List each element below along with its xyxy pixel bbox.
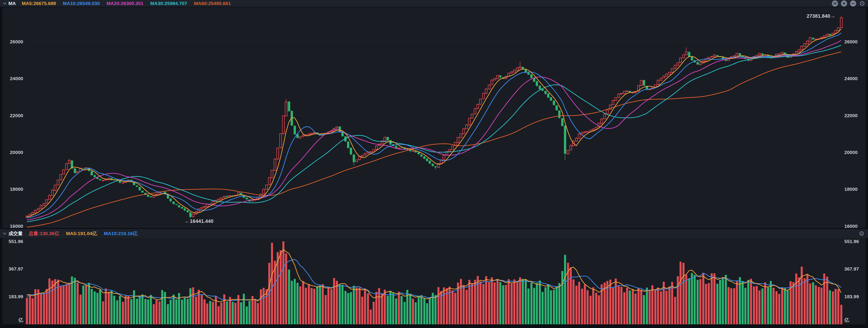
main-chart-toolbar: MA MA5:26675.688MA10:26549.030MA20:26300… — [0, 0, 868, 7]
volume-title: 成交量 — [8, 230, 23, 237]
volume-toolbar: 成交量 总量:130.36亿MA5:191.04亿MA10:210.16亿 ⚙ — [0, 228, 868, 238]
indicator-label: MA — [8, 1, 16, 6]
ma-label: MA30:25984.707 — [150, 1, 187, 6]
chart-toolbar-icons: = + − ⚙ — [832, 0, 865, 7]
settings-gear-icon[interactable]: ⚙ — [859, 231, 864, 237]
ma-value-labels: MA5:26675.688MA10:26549.030MA20:26300.35… — [22, 1, 231, 6]
ma-label: MA5:26675.688 — [22, 1, 56, 6]
kline-canvas[interactable] — [0, 0, 868, 328]
ma-label: MA20:26300.351 — [106, 1, 144, 6]
ma-label: MA60:25480.661 — [194, 1, 231, 6]
ma-label: MA10:26549.030 — [63, 1, 100, 6]
volume-stat: MA10:210.16亿 — [104, 230, 137, 237]
settings-gear-icon[interactable]: ⚙ — [859, 0, 865, 7]
volume-stat: 总量:130.36亿 — [29, 230, 59, 237]
zoom-out-icon[interactable]: − — [850, 0, 856, 7]
zoom-in-icon[interactable]: + — [841, 0, 847, 7]
chevron-down-icon[interactable] — [3, 231, 6, 234]
volume-stat-labels: 总量:130.36亿MA5:191.04亿MA10:210.16亿 — [29, 230, 137, 237]
volume-stat: MA5:191.04亿 — [66, 230, 97, 237]
minimize-circle-icon[interactable]: = — [832, 0, 838, 7]
chevron-down-icon[interactable] — [3, 1, 6, 4]
